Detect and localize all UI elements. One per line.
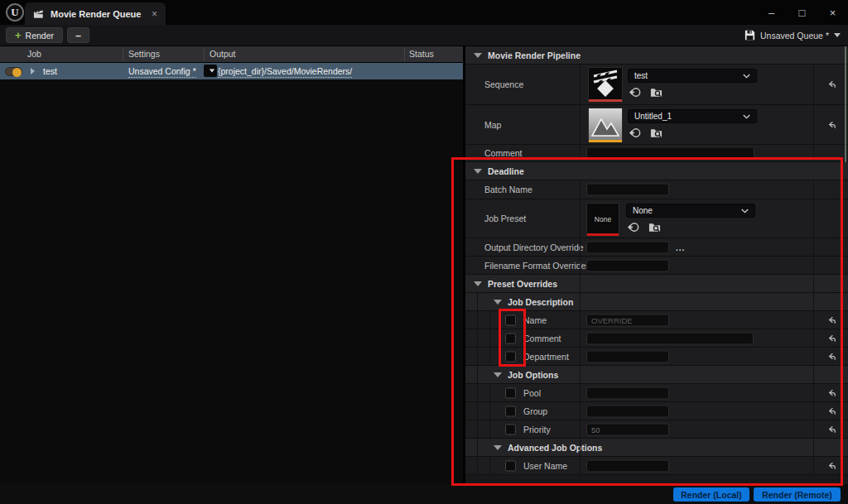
- collapse-arrow-icon[interactable]: [494, 372, 502, 377]
- job-preset-dropdown[interactable]: None: [626, 204, 755, 218]
- comment-input[interactable]: [586, 147, 754, 160]
- output-dropdown-icon[interactable]: [204, 65, 217, 77]
- pool-label: Pool: [523, 388, 541, 398]
- map-label: Map: [484, 120, 501, 130]
- section-title: Preset Overrides: [488, 279, 557, 289]
- section-job-description[interactable]: Job Description: [465, 293, 848, 311]
- override-user-name-checkbox[interactable]: [505, 460, 516, 471]
- close-button[interactable]: ×: [817, 0, 848, 25]
- reset-group[interactable]: [813, 402, 848, 420]
- row-comment: Comment: [465, 145, 848, 162]
- name-input[interactable]: [586, 314, 669, 326]
- reset-icon: [826, 406, 836, 416]
- sequence-label: Sequence: [484, 79, 523, 89]
- use-selected-asset-icon[interactable]: [629, 86, 642, 98]
- reset-icon: [826, 120, 836, 130]
- job-settings-link[interactable]: Unsaved Config *: [128, 66, 196, 78]
- reset-sequence[interactable]: [813, 65, 848, 104]
- reset-icon: [826, 425, 836, 434]
- column-job[interactable]: Job: [27, 49, 41, 59]
- section-preset-overrides[interactable]: Preset Overrides: [465, 275, 848, 293]
- reset-user-name[interactable]: [813, 457, 848, 474]
- clapperboard-icon: [33, 8, 44, 19]
- comment-override-input[interactable]: [586, 332, 754, 344]
- tab-movie-render-queue[interactable]: Movie Render Queue ×: [25, 2, 166, 25]
- browse-asset-icon[interactable]: [648, 221, 661, 233]
- map-dropdown[interactable]: Untitled_1: [628, 109, 757, 123]
- group-input[interactable]: [586, 405, 669, 417]
- row-override-comment: Comment: [465, 329, 848, 348]
- reset-pool[interactable]: [813, 384, 848, 401]
- override-pool-checkbox[interactable]: [505, 387, 516, 398]
- output-directory-override-input[interactable]: [586, 241, 669, 253]
- job-preset-thumbnail[interactable]: None: [586, 203, 619, 236]
- department-input[interactable]: [586, 350, 669, 362]
- use-selected-asset-icon[interactable]: [628, 221, 640, 233]
- collapse-arrow-icon[interactable]: [494, 300, 502, 305]
- reset-icon: [826, 352, 836, 362]
- collapse-arrow-icon[interactable]: [494, 445, 502, 450]
- expand-row-icon[interactable]: [31, 68, 35, 74]
- collapse-arrow-icon[interactable]: [474, 169, 482, 174]
- details-scrollbar[interactable]: [845, 46, 846, 162]
- window-controls: – □ ×: [756, 0, 848, 25]
- job-preset-value: None: [633, 206, 653, 215]
- row-override-name: Name: [465, 311, 848, 329]
- tab-title: Movie Render Queue: [51, 9, 145, 19]
- map-thumbnail[interactable]: [588, 108, 623, 142]
- tab-close-icon[interactable]: ×: [152, 8, 157, 20]
- section-job-options[interactable]: Job Options: [465, 366, 848, 384]
- add-render-button[interactable]: + Render: [6, 27, 63, 43]
- job-output-path[interactable]: {project_dir}/Saved/MovieRenders/: [218, 66, 352, 78]
- use-selected-asset-icon[interactable]: [629, 127, 642, 139]
- reset-map[interactable]: [813, 105, 848, 144]
- browse-asset-icon[interactable]: [650, 127, 662, 139]
- browse-directory-button[interactable]: ...: [676, 242, 685, 252]
- queue-menu-button[interactable]: Unsaved Queue *: [744, 27, 841, 43]
- minimize-button[interactable]: –: [756, 0, 787, 25]
- override-priority-checkbox[interactable]: [505, 424, 516, 434]
- column-status[interactable]: Status: [409, 49, 434, 59]
- render-remote-button[interactable]: Render (Remote): [754, 487, 841, 502]
- details-panel: Movie Render Pipeline Sequence: [465, 46, 848, 484]
- maximize-button[interactable]: □: [787, 0, 817, 25]
- collapse-arrow-icon[interactable]: [474, 281, 482, 286]
- job-row-test[interactable]: test Unsaved Config * {project_dir}/Save…: [0, 63, 463, 79]
- map-value: Untitled_1: [634, 112, 672, 121]
- override-name-checkbox[interactable]: [505, 314, 516, 325]
- reset-name[interactable]: [813, 311, 848, 329]
- job-enabled-toggle[interactable]: [5, 67, 22, 76]
- column-output[interactable]: Output: [210, 49, 236, 59]
- override-group-checkbox[interactable]: [505, 406, 516, 416]
- chevron-down-icon: [743, 74, 750, 79]
- reset-comment[interactable]: [813, 329, 848, 347]
- priority-input[interactable]: [586, 423, 669, 435]
- row-output-directory-override: Output Directory Override ...: [465, 238, 848, 257]
- batch-name-label: Batch Name: [484, 185, 532, 194]
- user-name-input[interactable]: [586, 459, 669, 472]
- sequence-thumbnail[interactable]: [588, 67, 623, 102]
- save-icon: [744, 30, 755, 41]
- override-department-checkbox[interactable]: [505, 351, 516, 362]
- section-movie-render-pipeline[interactable]: Movie Render Pipeline: [465, 46, 848, 65]
- browse-asset-icon[interactable]: [650, 86, 662, 98]
- override-comment-checkbox[interactable]: [505, 333, 516, 343]
- pool-input[interactable]: [586, 386, 669, 399]
- reset-priority[interactable]: [813, 420, 848, 438]
- reset-icon: [826, 388, 836, 398]
- add-render-label: Render: [26, 31, 54, 41]
- batch-name-input[interactable]: [586, 184, 669, 196]
- reset-department[interactable]: [813, 348, 848, 365]
- remove-job-button[interactable]: –: [67, 27, 89, 43]
- render-local-button[interactable]: Render (Local): [673, 487, 749, 502]
- column-settings[interactable]: Settings: [128, 49, 160, 59]
- reset-icon: [826, 79, 836, 89]
- section-deadline[interactable]: Deadline: [465, 162, 848, 180]
- sequence-dropdown[interactable]: test: [628, 69, 757, 83]
- filename-format-override-input[interactable]: [586, 259, 669, 271]
- comment-label: Comment: [484, 148, 523, 158]
- unreal-logo-icon: U: [6, 3, 24, 22]
- collapse-arrow-icon[interactable]: [474, 53, 482, 58]
- filename-format-override-label: Filename Format Override: [484, 261, 586, 271]
- section-advanced-job-options[interactable]: Advanced Job Options: [465, 439, 848, 457]
